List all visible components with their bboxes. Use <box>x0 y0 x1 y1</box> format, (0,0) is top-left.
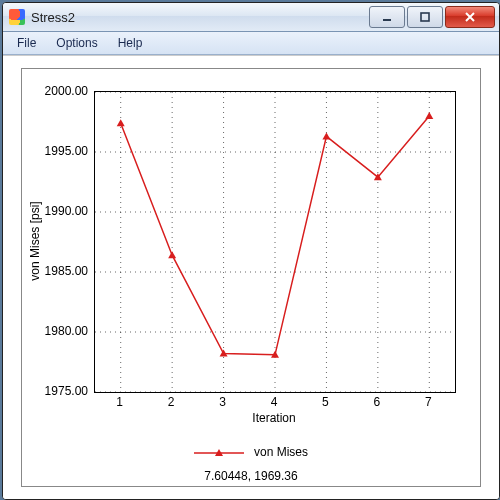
x-tick-label: 6 <box>367 395 387 409</box>
svg-marker-21 <box>425 112 433 119</box>
x-tick-label: 7 <box>418 395 438 409</box>
close-button[interactable] <box>445 6 495 28</box>
svg-rect-0 <box>383 19 391 21</box>
plot-canvas <box>95 92 455 392</box>
y-tick-label: 1990.00 <box>36 204 94 218</box>
svg-rect-1 <box>421 13 429 21</box>
window-buttons <box>369 6 495 28</box>
x-tick-label: 5 <box>315 395 335 409</box>
app-window: Stress2 File Options Help von Mises [psi… <box>2 2 500 500</box>
y-tick-label: 2000.00 <box>36 84 94 98</box>
legend-swatch <box>194 447 244 457</box>
y-tick-label: 1980.00 <box>36 324 94 338</box>
window-title: Stress2 <box>31 10 369 25</box>
app-icon <box>9 9 25 25</box>
minimize-button[interactable] <box>369 6 405 28</box>
content-area: von Mises [psi] Iteration 1975.001980.00… <box>3 55 499 499</box>
x-axis-label: Iteration <box>94 411 454 425</box>
menu-options[interactable]: Options <box>46 34 107 52</box>
svg-marker-16 <box>168 251 176 258</box>
x-tick-label: 1 <box>110 395 130 409</box>
y-tick-label: 1975.00 <box>36 384 94 398</box>
cursor-readout: 7.60448, 1969.36 <box>22 469 480 483</box>
menu-help[interactable]: Help <box>108 34 153 52</box>
chart-panel: von Mises [psi] Iteration 1975.001980.00… <box>21 68 481 487</box>
y-tick-label: 1985.00 <box>36 264 94 278</box>
y-axis-label-wrap: von Mises [psi] <box>28 91 42 391</box>
plot-area[interactable] <box>94 91 456 393</box>
menu-file[interactable]: File <box>7 34 46 52</box>
maximize-button[interactable] <box>407 6 443 28</box>
menubar: File Options Help <box>3 32 499 55</box>
y-tick-label: 1995.00 <box>36 144 94 158</box>
titlebar[interactable]: Stress2 <box>3 3 499 32</box>
close-icon <box>464 12 476 22</box>
svg-marker-15 <box>117 119 125 126</box>
maximize-icon <box>420 12 430 22</box>
x-tick-label: 2 <box>161 395 181 409</box>
x-tick-label: 4 <box>264 395 284 409</box>
x-tick-label: 3 <box>213 395 233 409</box>
svg-marker-19 <box>322 132 330 139</box>
legend: von Mises <box>22 445 480 459</box>
minimize-icon <box>382 12 392 22</box>
legend-label: von Mises <box>254 445 308 459</box>
